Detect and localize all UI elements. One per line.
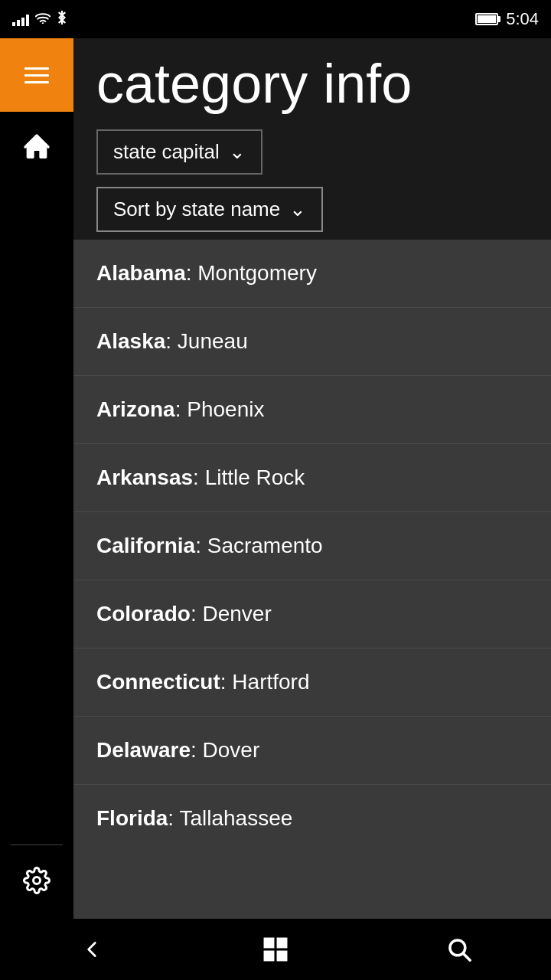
back-button[interactable]: [61, 919, 122, 980]
list-item[interactable]: Florida: Tallahassee: [73, 785, 551, 852]
sort-dropdown-label: Sort by state name: [113, 198, 280, 221]
gear-icon: [23, 867, 51, 897]
status-right: 5:04: [475, 9, 539, 29]
list-item[interactable]: Alaska: Juneau: [73, 308, 551, 376]
controls-area: state capital ⌄ Sort by state name ⌄: [73, 129, 551, 240]
windows-icon: [262, 936, 289, 962]
list-item[interactable]: Connecticut: Hartford: [73, 648, 551, 717]
list-item[interactable]: Arkansas: Little Rock: [73, 444, 551, 512]
svg-point-0: [42, 22, 44, 24]
svg-rect-3: [264, 938, 275, 949]
state-list: Alabama: MontgomeryAlaska: JuneauArizona…: [73, 240, 551, 919]
category-dropdown[interactable]: state capital ⌄: [96, 129, 262, 175]
list-item[interactable]: Colorado: Denver: [73, 580, 551, 648]
home-button[interactable]: [0, 112, 73, 185]
menu-button[interactable]: [0, 38, 73, 112]
sort-dropdown[interactable]: Sort by state name ⌄: [96, 187, 323, 232]
sidebar: [0, 38, 73, 919]
search-icon: [446, 936, 472, 962]
category-dropdown-chevron: ⌄: [229, 140, 246, 164]
battery-icon: [475, 13, 498, 25]
page-title: category info: [73, 38, 551, 129]
list-item[interactable]: California: Sacramento: [73, 512, 551, 580]
status-bar: 5:04: [0, 0, 551, 38]
windows-button[interactable]: [245, 919, 306, 980]
list-item[interactable]: Alabama: Montgomery: [73, 240, 551, 308]
search-button[interactable]: [429, 919, 490, 980]
home-icon: [21, 132, 52, 165]
list-item[interactable]: Arizona: Phoenix: [73, 376, 551, 444]
svg-point-2: [34, 877, 41, 884]
svg-rect-6: [277, 951, 288, 962]
sort-dropdown-chevron: ⌄: [289, 198, 306, 221]
svg-rect-5: [264, 951, 275, 962]
bluetooth-icon: [57, 10, 67, 28]
settings-button[interactable]: [0, 845, 73, 919]
bottom-nav: [0, 919, 551, 980]
list-item[interactable]: Delaware: Dover: [73, 717, 551, 785]
wifi-icon: [35, 11, 51, 27]
main-content: category info state capital ⌄ Sort by st…: [73, 38, 551, 919]
svg-rect-4: [277, 938, 288, 949]
status-time: 5:04: [506, 9, 539, 29]
svg-line-8: [464, 954, 471, 961]
back-icon: [79, 936, 105, 962]
category-dropdown-label: state capital: [113, 140, 220, 164]
status-left: [12, 10, 67, 28]
hamburger-icon: [24, 67, 49, 83]
signal-icon: [12, 12, 29, 26]
